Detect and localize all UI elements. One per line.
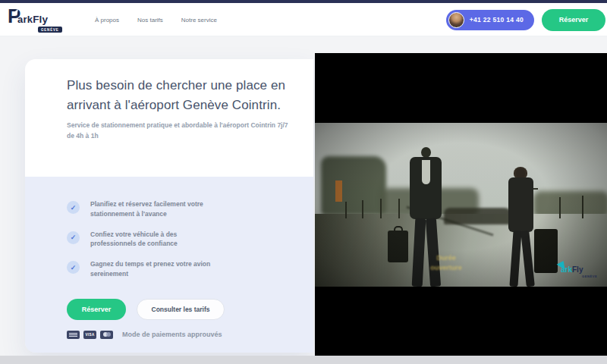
benefit-item: ✓ Confiez votre véhicule à des professio… [67,230,292,249]
video-subtitle-line: ouverture [404,263,488,273]
check-icon: ✓ [67,201,80,214]
phone-button[interactable]: +41 22 510 14 40 [446,10,534,30]
next-section-edge [0,356,607,364]
hero-reserve-button[interactable]: Réserver [67,299,126,320]
logo-wordmark: arkFly [17,14,48,25]
header: P arkFly GENÈVE À propos Nos tarifs Notr… [0,3,607,36]
hero-text-panel: Plus besoin de chercher une place en arr… [25,59,313,177]
phone-number: +41 22 510 14 40 [470,16,524,24]
watermark-ark: ark [561,265,572,274]
video-watermark-logo: arkFly GENÈVE [558,261,602,281]
video-subtitle: Durée ouverture [404,253,488,272]
logo-ark: ark [17,14,33,25]
cta-row: Réserver Consulter les tarifs [67,299,292,320]
check-icon: ✓ [67,231,80,244]
video-frame: Durée ouverture arkFly GENÈVE [315,123,607,287]
logo-fly: Fly [33,14,48,25]
watermark-wordmark: arkFly [561,265,583,274]
watermark-fly: Fly [572,265,583,274]
nav-about[interactable]: À propos [95,17,119,24]
amex-icon [67,331,80,339]
hero-title: Plus besoin de chercher une place en arr… [67,76,287,115]
hero-video[interactable]: Durée ouverture arkFly GENÈVE [315,53,607,356]
benefit-item: ✓ Gagnez du temps et prenez votre avion … [67,259,292,279]
hero-subtitle: Service de stationnement pratique et abo… [67,121,288,141]
brand-logo[interactable]: P arkFly GENÈVE [8,6,83,33]
benefit-item: ✓ Planifiez et réservez facilement votre… [67,199,292,219]
nav-service[interactable]: Notre service [181,17,217,24]
watermark-city: GENÈVE [582,275,597,278]
check-icon: ✓ [67,261,80,274]
visa-label: VISA [83,331,96,339]
header-reserve-button[interactable]: Réserver [542,9,605,31]
landing-page: P arkFly GENÈVE À propos Nos tarifs Notr… [0,0,607,364]
nav-tarifs[interactable]: Nos tarifs [137,17,163,24]
main-nav: À propos Nos tarifs Notre service [95,3,217,36]
benefit-text: Gagnez du temps et prenez votre avion se… [90,259,223,279]
hero-card: Plus besoin de chercher une place en arr… [25,59,313,353]
hero-benefits-panel: ✓ Planifiez et réservez facilement votre… [25,177,313,353]
payments-label: Mode de paiements approuvés [122,331,222,338]
header-actions: +41 22 510 14 40 Réserver [446,3,605,36]
benefit-text: Confiez votre véhicule à des professionn… [90,230,223,249]
benefit-text: Planifiez et réservez facilement votre s… [90,199,223,219]
payments-row: VISA Mode de paiements approuvés [67,331,292,339]
view-tarifs-button[interactable]: Consulter les tarifs [137,299,225,320]
video-subtitle-line: Durée [404,253,488,263]
mastercard-icon [100,331,113,339]
logo-city-badge: GENÈVE [38,27,62,33]
visa-icon: VISA [83,331,96,339]
avatar [448,12,464,28]
